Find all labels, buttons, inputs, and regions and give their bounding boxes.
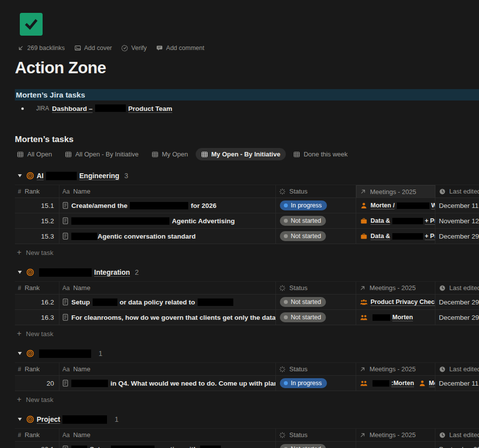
rank-cell[interactable]: 83.1 <box>15 442 59 448</box>
status-badge[interactable]: Not started <box>280 444 326 448</box>
group-name-link[interactable]: Project <box>37 415 109 424</box>
tab-my-open-by-initiative[interactable]: My Open - By Initiative <box>196 148 286 160</box>
meeting-link[interactable]: Data &+ Prod <box>371 233 435 240</box>
status-badge[interactable]: Not started <box>280 216 326 226</box>
status-cell[interactable]: In progress <box>276 198 356 213</box>
tasks-section-heading: Morten’s tasks <box>15 134 479 145</box>
rank-cell[interactable]: 15.2 <box>15 213 59 228</box>
meeting-link[interactable]: Morten /Weekly <box>371 202 435 209</box>
status-cell[interactable]: Not started <box>276 295 356 309</box>
meetings-cell[interactable]: Product Privacy Checkpoi <box>356 295 435 309</box>
table-row[interactable]: 15.1 Create/amend thefor 2026 In progres… <box>15 198 479 213</box>
status-cell[interactable]: Not started <box>276 213 356 228</box>
table-row[interactable]: 15.3 Agentic conversation standard Not s… <box>15 229 479 244</box>
meetings-cell[interactable] <box>356 442 435 448</box>
backlinks-button[interactable]: 269 backlinks <box>17 45 65 51</box>
meetings-cell[interactable]: Morten /Weekly <box>356 198 435 213</box>
status-badge[interactable]: In progress <box>280 200 327 210</box>
collapse-caret-icon[interactable] <box>18 352 22 355</box>
column-header-name[interactable]: AaName <box>59 429 276 441</box>
meeting-link[interactable]: :Morten <box>371 380 414 387</box>
column-header-name[interactable]: AaName <box>59 282 276 294</box>
status-cell[interactable]: In progress <box>276 376 356 391</box>
meeting-link[interactable]: Data &+ Prod <box>371 217 435 224</box>
column-header-status[interactable]: Status <box>276 363 356 375</box>
column-header-status[interactable]: Status <box>276 282 356 294</box>
status-dot-icon <box>284 300 288 304</box>
meeting-link[interactable]: Morten, <box>429 380 435 387</box>
table-row[interactable]: 20 in Q4. What would we need to do. Come… <box>15 376 479 391</box>
name-cell[interactable]: Agentic Advertising <box>59 213 276 228</box>
new-task-button[interactable]: + New task <box>17 248 479 257</box>
name-cell[interactable]: in Q4. What would we need to do. Come up… <box>59 376 276 391</box>
column-header-meetings[interactable]: Meetings - 2025 <box>356 429 435 441</box>
meetings-cell[interactable]: Data &+ Prod <box>356 229 435 244</box>
table-row[interactable]: 83.1 Setupmeeting with Not started Septe… <box>15 442 479 448</box>
tab-done-this-week[interactable]: Done this week <box>288 148 353 160</box>
tab-all-open[interactable]: All Open <box>11 148 57 160</box>
page-emoji-icon[interactable] <box>20 13 43 36</box>
column-header-rank[interactable]: #Rank <box>15 363 59 375</box>
verify-button[interactable]: Verify <box>121 45 147 51</box>
group-name-link[interactable]: Integration <box>37 268 130 277</box>
column-header-rank[interactable]: #Rank <box>15 429 59 441</box>
jira-dashboard-link[interactable]: Dashboard –Product Team <box>52 104 172 112</box>
table-row[interactable]: 15.2 Agentic Advertising Not started Dat… <box>15 213 479 229</box>
column-header-name[interactable]: AaName <box>59 185 276 198</box>
meeting-link[interactable]: Morten <box>371 314 413 321</box>
group-name-link[interactable]: AIEngineering <box>37 172 119 180</box>
meeting-link[interactable]: Product Privacy Checkpoi <box>371 299 435 305</box>
status-badge[interactable]: Not started <box>280 312 326 322</box>
name-cell[interactable]: Agentic conversation standard <box>59 229 276 244</box>
rank-cell[interactable]: 15.3 <box>15 229 59 244</box>
new-task-button[interactable]: + New task <box>17 395 479 404</box>
column-header-name[interactable]: AaName <box>59 363 276 375</box>
status-badge[interactable]: In progress <box>280 378 327 388</box>
collapse-caret-icon[interactable] <box>18 271 22 274</box>
status-cell[interactable]: Not started <box>276 442 356 448</box>
table-row[interactable]: 16.2 Setupor data policy related to Not … <box>15 295 479 310</box>
status-badge[interactable]: Not started <box>280 297 326 307</box>
meeting-text-post: + Prod <box>425 217 435 224</box>
column-header-rank[interactable]: #Rank <box>15 282 59 294</box>
column-header-meetings[interactable]: Meetings - 2025 <box>356 185 435 198</box>
name-cell[interactable]: For cleanrooms, how do we govern that cl… <box>59 310 276 325</box>
column-header-meetings[interactable]: Meetings - 2025 <box>356 282 435 294</box>
column-header-rank[interactable]: #Rank <box>15 185 59 198</box>
column-header-status[interactable]: Status <box>276 429 356 441</box>
name-cell[interactable]: Create/amend thefor 2026 <box>59 198 276 213</box>
rank-cell[interactable]: 15.1 <box>15 198 59 213</box>
status-cell[interactable]: Not started <box>276 229 356 244</box>
meetings-cell[interactable]: Morten <box>356 310 435 325</box>
add-comment-button[interactable]: Add comment <box>156 45 204 51</box>
column-header-status[interactable]: Status <box>276 185 356 198</box>
add-cover-button[interactable]: Add cover <box>74 45 112 51</box>
name-cell[interactable]: Setupor data policy related to <box>59 295 276 309</box>
new-task-button[interactable]: + New task <box>17 329 479 338</box>
status-cell[interactable]: Not started <box>276 310 356 325</box>
column-header-meetings[interactable]: Meetings - 2025 <box>356 363 435 375</box>
collapse-caret-icon[interactable] <box>18 174 22 177</box>
tab-my-open[interactable]: My Open <box>146 148 194 160</box>
column-header-last-edited[interactable]: Last edited <box>435 429 479 441</box>
column-header-last-edited[interactable]: Last edited <box>435 185 479 198</box>
rank-cell[interactable]: 16.3 <box>15 310 59 325</box>
status-dot-icon <box>284 219 288 223</box>
redacted-text <box>46 172 77 180</box>
meetings-cell[interactable]: :Morten Morten, <box>356 376 435 391</box>
tab-all-open-by-initiative[interactable]: All Open - By Initiative <box>59 148 144 160</box>
redacted-text <box>130 202 188 209</box>
group-name-post: Engineering <box>79 172 119 180</box>
rank-cell[interactable]: 20 <box>15 376 59 391</box>
collapse-caret-icon[interactable] <box>18 418 22 421</box>
column-header-last-edited[interactable]: Last edited <box>435 363 479 375</box>
tab-label: My Open <box>162 150 188 158</box>
meetings-cell[interactable]: Data &+ Prod <box>356 213 435 228</box>
column-header-last-edited[interactable]: Last edited <box>435 282 479 294</box>
page-title[interactable]: Action Zone <box>15 58 479 78</box>
status-badge[interactable]: Not started <box>280 231 326 241</box>
rank-cell[interactable]: 16.2 <box>15 295 59 309</box>
table-row[interactable]: 16.3 For cleanrooms, how do we govern th… <box>15 310 479 325</box>
name-cell[interactable]: Setupmeeting with <box>59 442 276 448</box>
group-name-link[interactable] <box>37 349 94 358</box>
